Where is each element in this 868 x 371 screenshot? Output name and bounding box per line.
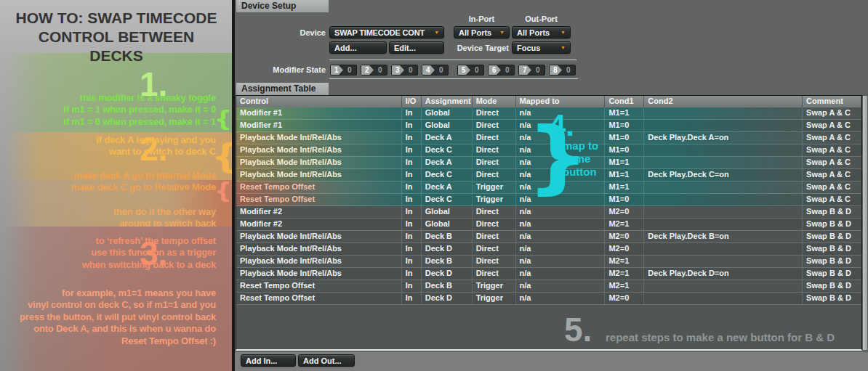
table-row[interactable]: Playback Mode Int/Rel/AbsInDeck BDirectn… — [236, 231, 861, 243]
howto-title-line2: CONTROL BETWEEN DECKS — [10, 28, 222, 65]
add-device-button[interactable]: Add... — [329, 41, 387, 54]
cell-control: Reset Tempo Offset — [236, 182, 402, 193]
step3-example-line: press the button, it will put vinyl cont… — [20, 311, 216, 323]
cell-comment: Swap A & C — [803, 132, 861, 144]
step3-example-line: Reset Tempo Offset :) — [20, 335, 216, 347]
device-dropdown[interactable]: SWAP TIMECODE CONT ▼ — [329, 26, 444, 38]
cell-mode: Direct — [473, 120, 516, 131]
modifier-value: 0 — [475, 66, 479, 74]
annotation-panel: HOW TO: SWAP TIMECODE CONTROL BETWEEN DE… — [0, 0, 232, 371]
table-row[interactable]: Modifier #1InGlobalDirectn/aM1=1Swap A &… — [236, 107, 861, 120]
cell-mode: Trigger — [473, 293, 516, 304]
cell-control: Playback Mode Int/Rel/Abs — [236, 268, 402, 280]
cell-control: Modifier #2 — [236, 206, 402, 218]
edit-device-button[interactable]: Edit... — [389, 41, 444, 54]
in-port-dropdown[interactable]: All Ports ▼ — [454, 26, 510, 38]
cell-comment: Swap B & D — [803, 206, 861, 218]
cell-io: In — [402, 144, 422, 156]
table-row[interactable]: Modifier #1InGlobalDirectn/aM1=0Swap A &… — [236, 120, 861, 132]
table-row[interactable]: Playback Mode Int/Rel/AbsInDeck DDirectn… — [236, 268, 861, 280]
table-row[interactable]: Reset Tempo OffsetInDeck BTriggern/aM2=1… — [236, 280, 861, 293]
table-row[interactable]: Modifier #2InGlobalDirectn/aM2=0Swap B &… — [236, 206, 861, 219]
modifier-state-box: 60 — [488, 65, 515, 76]
step1-text: this modifier is a sneaky toggle if m1 =… — [63, 92, 216, 128]
cell-io: In — [402, 293, 422, 304]
modifier-number: 3 — [392, 65, 404, 75]
table-scrollbar[interactable] — [862, 95, 868, 351]
cell-io: In — [402, 132, 422, 144]
cell-mapped: n/a — [516, 243, 606, 255]
table-row[interactable]: Playback Mode Int/Rel/AbsInDeck CDirectn… — [236, 144, 861, 157]
add-in-button[interactable]: Add In... — [241, 354, 296, 367]
out-port-dropdown[interactable]: All Ports ▼ — [512, 26, 571, 38]
cell-control: Modifier #2 — [236, 219, 402, 230]
cell-io: In — [402, 182, 422, 193]
device-target-dropdown[interactable]: Focus ▼ — [512, 41, 571, 54]
cell-control: Playback Mode Int/Rel/Abs — [236, 256, 402, 267]
modifier-state-box: 70 — [518, 65, 545, 76]
cell-io: In — [402, 219, 422, 230]
column-header-assignment: Assignment — [422, 96, 473, 107]
step3-example-text: for example, m1=1 means you have vinyl c… — [20, 288, 216, 347]
table-row[interactable]: Playback Mode Int/Rel/AbsInDeck ADirectn… — [236, 132, 861, 144]
cell-cond2 — [644, 256, 803, 267]
cell-mode: Direct — [473, 256, 516, 267]
cell-control: Modifier #1 — [236, 120, 402, 131]
column-header-cond1: Cond1 — [605, 96, 644, 107]
cell-cond2 — [644, 144, 803, 156]
step2b-line: make deck C go to Relative Mode — [71, 182, 216, 193]
cell-assignment: Global — [422, 120, 473, 131]
step1-line: this modifier is a sneaky toggle — [63, 92, 216, 104]
table-row[interactable]: Playback Mode Int/Rel/AbsInDeck BDirectn… — [236, 256, 861, 268]
modifier-state-box: 20 — [361, 65, 387, 76]
cell-mode: Direct — [473, 268, 516, 280]
device-dropdown-value: SWAP TIMECODE CONT — [334, 28, 425, 37]
cell-assignment: Global — [422, 107, 473, 119]
cell-cond1: M2=0 — [605, 206, 644, 218]
cell-assignment: Deck C — [422, 194, 473, 205]
cell-mapped: n/a — [516, 120, 606, 131]
cell-cond1: M1=0 — [605, 194, 644, 205]
cell-cond1: M1=0 — [605, 120, 644, 131]
cell-control: Playback Mode Int/Rel/Abs — [236, 132, 402, 144]
cell-comment: Swap A & C — [803, 120, 861, 131]
step3-example-line: onto Deck A, and this is when u wanna do — [20, 323, 216, 335]
cell-mapped: n/a — [516, 194, 606, 205]
cell-cond2 — [644, 243, 803, 255]
table-row[interactable]: Reset Tempo OffsetInDeck CTriggern/aM1=0… — [236, 194, 861, 206]
table-row[interactable]: Playback Mode Int/Rel/AbsInDeck ADirectn… — [236, 157, 861, 169]
cell-comment: Swap B & D — [803, 243, 861, 255]
cell-comment: Swap A & C — [803, 144, 861, 156]
cell-comment: Swap A & C — [803, 107, 861, 119]
table-row[interactable]: Reset Tempo OffsetInDeck DTriggern/aM2=0… — [236, 293, 861, 305]
modifier-state-row: 1020304050607080 — [330, 65, 576, 76]
table-row[interactable]: Reset Tempo OffsetInDeck ATriggern/aM1=1… — [236, 182, 861, 194]
modifier-state-box: 40 — [422, 65, 449, 76]
cell-comment: Swap B & D — [803, 293, 861, 304]
cell-io: In — [402, 256, 422, 267]
cell-io: In — [402, 194, 422, 205]
assignment-table-body: Modifier #1InGlobalDirectn/aM1=1Swap A &… — [236, 107, 861, 305]
cell-mode: Direct — [473, 144, 516, 156]
modifier-value: 0 — [347, 66, 352, 74]
out-port-dropdown-value: All Ports — [517, 28, 550, 37]
table-row[interactable]: Playback Mode Int/Rel/AbsInDeck CDirectn… — [236, 169, 861, 182]
table-row[interactable]: Modifier #2InGlobalDirectn/aM2=1Swap B &… — [236, 219, 861, 231]
cell-cond2 — [644, 107, 803, 119]
add-out-button[interactable]: Add Out... — [298, 354, 355, 367]
step3-example-line: for example, m1=1 means you have — [20, 288, 216, 299]
cell-comment: Swap B & D — [803, 256, 861, 267]
cell-cond2: Deck Play.Deck A=on — [644, 132, 803, 144]
cell-assignment: Deck A — [422, 157, 473, 168]
cell-mapped: n/a — [516, 256, 606, 267]
cell-mapped: n/a — [516, 219, 606, 230]
cell-mapped: n/a — [516, 144, 606, 156]
cell-control: Playback Mode Int/Rel/Abs — [236, 169, 402, 181]
cell-control: Reset Tempo Offset — [236, 293, 402, 304]
column-header-control: Control — [236, 96, 402, 107]
cell-mapped: n/a — [516, 157, 606, 168]
cell-cond1: M2=1 — [605, 268, 644, 280]
step1-line: if m1 = 1 when pressed, make it = 0 — [63, 104, 216, 115]
step2-line: if deck A is playing and you — [96, 134, 216, 146]
table-row[interactable]: Playback Mode Int/Rel/AbsInDeck DDirectn… — [236, 243, 861, 256]
